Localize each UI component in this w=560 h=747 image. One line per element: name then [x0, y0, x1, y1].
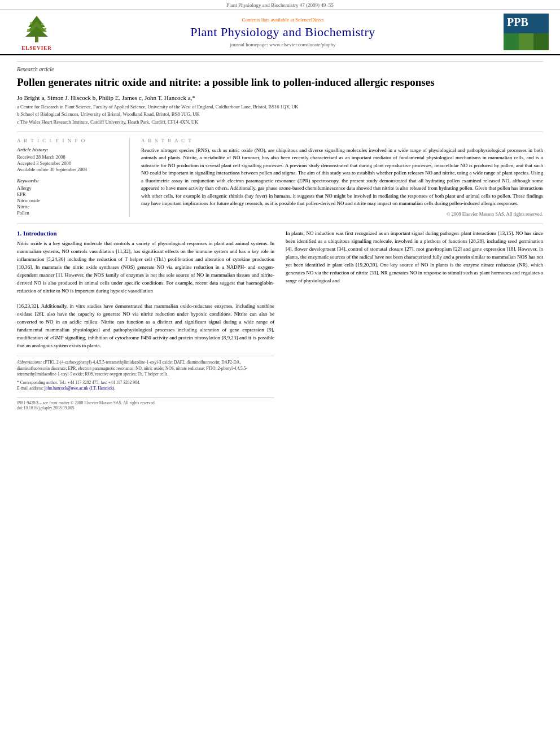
footnote-email: E-mail address: john.hancock@uwe.ac.uk (…	[17, 386, 274, 392]
article-type-label: Research article	[17, 61, 543, 72]
journal-header: ELSEVIER Contents lists available at Sci…	[0, 10, 560, 55]
corresponding-label: * Corresponding author. Tel.: +44 117 32…	[17, 380, 140, 385]
body-content: 1. Introduction Nitric oxide is a key si…	[17, 224, 543, 410]
section1-title-text: Introduction	[23, 230, 57, 237]
affiliation-a: a Centre for Research in Plant Science, …	[17, 103, 543, 111]
section1-left-text: Nitric oxide is a key signalling molecul…	[17, 240, 274, 350]
svg-point-4	[30, 22, 32, 24]
journal-homepage: journal homepage: www.elsevier.com/locat…	[62, 42, 504, 47]
abbrev-label: Abbreviations:	[17, 360, 42, 365]
ppb-img2	[519, 33, 534, 50]
ppb-logo: PPB	[504, 14, 549, 50]
ppb-img1	[504, 33, 519, 50]
svg-point-6	[27, 29, 29, 31]
sciencedirect-link: Contents lists available at ScienceDirec…	[62, 17, 504, 23]
affiliations: a Centre for Research in Plant Science, …	[17, 103, 543, 126]
keyword-1: Allergy	[17, 185, 121, 191]
section1-body-left-refs: [16,23,32]. Additionally, in vitro studi…	[17, 303, 274, 348]
accepted-date: Accepted 3 September 2008	[17, 160, 121, 166]
affiliation-b: b School of Biological Sciences, Univers…	[17, 111, 543, 118]
footnotes-section: Abbreviations: cPTIO, 2-(4-carboxyphenyl…	[17, 356, 274, 392]
email-label: E-mail address:	[17, 386, 43, 391]
abbrev-text: cPTIO, 2-(4-carboxyphenyl)-4,4,5,5-tetra…	[17, 360, 247, 377]
svg-point-7	[44, 28, 46, 30]
keyword-2: EPR	[17, 191, 121, 197]
paper-title: Pollen generates nitric oxide and nitrit…	[17, 76, 543, 90]
available-date: Available online 30 September 2008	[17, 167, 121, 172]
elsevier-logo: ELSEVIER	[11, 13, 62, 51]
body-two-col: 1. Introduction Nitric oxide is a key si…	[17, 230, 543, 410]
sciencedirect-text[interactable]: ScienceDirect	[295, 17, 323, 23]
keyword-5: Pollen	[17, 210, 121, 216]
keyword-3: Nitric oxide	[17, 198, 121, 203]
keyword-4: Nitrite	[17, 204, 121, 209]
article-info-column: A R T I C L E I N F O Article history: R…	[17, 138, 130, 217]
received-date: Received 28 March 2008	[17, 154, 121, 160]
body-left-col: 1. Introduction Nitric oxide is a key si…	[17, 230, 274, 410]
elsevier-tree-icon	[20, 13, 54, 44]
page-wrapper: Plant Physiology and Biochemistry 47 (20…	[0, 0, 560, 416]
contents-text: Contents lists available at	[242, 17, 294, 23]
copyright-line: © 2008 Elsevier Masson SAS. All rights r…	[141, 211, 543, 217]
doi-line: doi:10.1016/j.plaphy.2008.09.005	[17, 405, 274, 410]
journal-title: Plant Physiology and Biochemistry	[62, 25, 504, 40]
journal-center: Contents lists available at ScienceDirec…	[62, 17, 504, 47]
journal-ref: Plant Physiology and Biochemistry 47 (20…	[226, 2, 334, 8]
ppb-label: PPB	[507, 16, 528, 29]
footnote-abbrev: Abbreviations: cPTIO, 2-(4-carboxyphenyl…	[17, 360, 274, 378]
article-info-abstract-section: A R T I C L E I N F O Article history: R…	[17, 132, 543, 217]
section1-body-left: Nitric oxide is a key signalling molecul…	[17, 241, 274, 294]
ppb-img3	[533, 33, 549, 50]
abstract-text: Reactive nitrogen species (RNS), such as…	[141, 147, 543, 208]
authors-text: Jo Bright a, Simon J. Hiscock b, Philip …	[17, 94, 195, 101]
keywords-label: Keywords:	[17, 178, 121, 184]
abstract-heading: A B S T R A C T	[141, 138, 543, 143]
email-address[interactable]: john.hancock@uwe.ac.uk (J.T. Hancock).	[45, 386, 115, 391]
main-content: Research article Pollen generates nitric…	[0, 55, 560, 416]
body-right-col: In plants, NO induction was first recogn…	[286, 230, 543, 410]
history-label: Article history:	[17, 147, 121, 152]
journal-ref-bar: Plant Physiology and Biochemistry 47 (20…	[0, 0, 560, 10]
issn-line: 0981-9428/$ – see front matter © 2008 El…	[17, 400, 274, 405]
affiliation-c: c The Wales Heart Research Institute, Ca…	[17, 119, 543, 126]
article-info-heading: A R T I C L E I N F O	[17, 138, 121, 143]
abstract-column: A B S T R A C T Reactive nitrogen specie…	[141, 138, 543, 217]
svg-point-5	[41, 23, 43, 25]
section1-number: 1.	[17, 230, 21, 237]
elsevier-label: ELSEVIER	[21, 45, 52, 51]
section1-right-text: In plants, NO induction was first recogn…	[286, 230, 543, 285]
footer-bar: 0981-9428/$ – see front matter © 2008 El…	[17, 397, 274, 410]
authors: Jo Bright a, Simon J. Hiscock b, Philip …	[17, 94, 543, 101]
section1-title: 1. Introduction	[17, 230, 274, 237]
ppb-image-strip	[504, 33, 549, 50]
footnote-corresponding: * Corresponding author. Tel.: +44 117 32…	[17, 380, 274, 386]
keywords-section: Keywords: Allergy EPR Nitric oxide Nitri…	[17, 178, 121, 216]
